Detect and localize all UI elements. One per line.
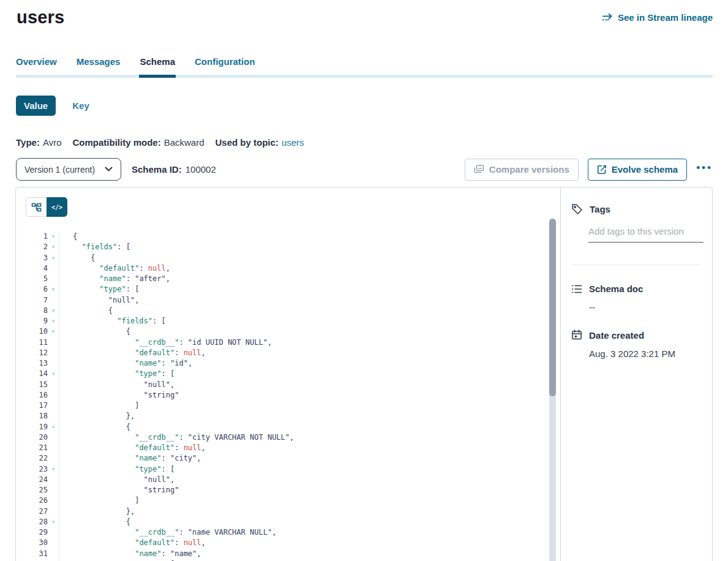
schema-doc-value: --	[589, 302, 701, 312]
tab-overview[interactable]: Overview	[16, 56, 57, 75]
line-number: 1	[26, 232, 48, 242]
more-options-button[interactable]: •••	[696, 162, 713, 178]
line-number: 9	[26, 316, 48, 326]
stream-lineage-link[interactable]: See in Stream lineage	[602, 12, 713, 23]
code-text: "type": [	[59, 284, 139, 295]
code-view-button[interactable]: </>	[47, 197, 67, 217]
code-line: 15 "null",	[26, 380, 560, 390]
tab-messages[interactable]: Messages	[77, 56, 121, 75]
add-tags-input[interactable]	[588, 226, 704, 243]
version-select[interactable]: Version 1 (current)	[16, 158, 121, 181]
line-number: 6	[26, 284, 48, 295]
line-number: 13	[26, 358, 48, 369]
schema-code-editor[interactable]: </> 1▼{2▼ "fields": [3▼ {4 "default": nu…	[16, 187, 560, 561]
tags-title: Tags	[590, 204, 610, 214]
fold-spacer	[48, 453, 59, 464]
tab-configuration[interactable]: Configuration	[195, 56, 255, 75]
code-line: 4 "default": null,	[26, 263, 560, 274]
code-text: {	[59, 232, 77, 242]
topic-tabs: Overview Messages Schema Configuration	[16, 56, 713, 78]
line-number: 20	[26, 432, 48, 443]
line-number: 16	[26, 390, 48, 401]
code-text: "default": null,	[59, 348, 206, 358]
key-toggle-button[interactable]: Key	[72, 100, 89, 111]
editor-scrollbar-thumb[interactable]	[549, 219, 556, 396]
line-number: 23	[26, 464, 48, 475]
code-line: 16 "string"	[26, 390, 560, 401]
editor-view-toggle: </>	[26, 197, 67, 217]
value-toggle-button[interactable]: Value	[16, 96, 56, 116]
line-number: 14	[26, 369, 48, 379]
code-text: {	[59, 326, 130, 337]
code-line: 17 ]	[26, 401, 560, 411]
code-text: "name": "id",	[59, 358, 192, 369]
tree-view-icon	[31, 203, 42, 212]
compatibility-value: Backward	[164, 137, 205, 148]
fold-toggle-icon[interactable]: ▼	[48, 464, 59, 475]
schema-panel: </> 1▼{2▼ "fields": [3▼ {4 "default": nu…	[15, 187, 713, 561]
code-text: "default": null,	[59, 443, 206, 453]
version-bar: Version 1 (current) Schema ID: 100002 Co…	[16, 158, 713, 181]
tab-schema[interactable]: Schema	[140, 56, 175, 75]
code-text: "name": "name",	[59, 549, 201, 559]
code-text: ]	[59, 401, 139, 411]
code-line: 3▼ {	[26, 253, 560, 263]
stream-lineage-label: See in Stream lineage	[618, 12, 713, 23]
line-number: 15	[26, 380, 48, 390]
fold-toggle-icon[interactable]: ▼	[48, 242, 59, 252]
code-line: 14▼ "type": [	[26, 369, 560, 379]
code-line: 7 "null",	[26, 295, 560, 306]
version-select-value: Version 1 (current)	[24, 165, 95, 175]
line-number: 21	[26, 443, 48, 453]
code-line: 26 ]	[26, 495, 560, 506]
fold-toggle-icon[interactable]: ▼	[48, 517, 59, 527]
line-number: 7	[26, 295, 48, 306]
code-text: "string"	[59, 390, 179, 401]
used-by-topic-label: Used by topic:	[216, 137, 279, 148]
evolve-schema-icon	[597, 165, 607, 175]
line-number: 3	[26, 253, 48, 263]
topic-link[interactable]: users	[282, 137, 304, 148]
code-line: 30 "default": null,	[26, 538, 560, 548]
line-number: 27	[26, 506, 48, 517]
code-area: 1▼{2▼ "fields": [3▼ {4 "default": null,5…	[26, 232, 560, 561]
stream-lineage-icon	[602, 13, 614, 23]
fold-toggle-icon[interactable]: ▼	[48, 232, 59, 242]
fold-toggle-icon[interactable]: ▼	[48, 316, 59, 326]
code-text: "default": null,	[59, 263, 170, 274]
code-text: {	[59, 253, 95, 263]
code-text: },	[59, 506, 135, 517]
editor-scrollbar-track[interactable]	[549, 219, 556, 561]
code-line: 20 "__crdb__": "city VARCHAR NOT NULL",	[26, 432, 560, 443]
fold-toggle-icon[interactable]: ▼	[48, 326, 59, 337]
code-line: 29 "__crdb__": "name VARCHAR NULL",	[26, 527, 560, 538]
line-number: 2	[26, 242, 48, 252]
fold-toggle-icon[interactable]: ▼	[48, 422, 59, 432]
fold-spacer	[48, 411, 59, 421]
code-line: 23▼ "type": [	[26, 464, 560, 475]
line-number: 11	[26, 337, 48, 348]
code-text: },	[59, 411, 135, 421]
fold-toggle-icon[interactable]: ▼	[48, 306, 59, 316]
line-number: 17	[26, 401, 48, 411]
line-number: 26	[26, 495, 48, 506]
fold-toggle-icon[interactable]: ▼	[48, 369, 59, 379]
line-number: 10	[26, 326, 48, 337]
fold-spacer	[48, 380, 59, 390]
code-text: "__crdb__": "name VARCHAR NULL",	[59, 527, 276, 538]
tree-view-button[interactable]	[26, 197, 47, 217]
compare-versions-button[interactable]: Compare versions	[465, 159, 579, 181]
code-line: 21 "default": null,	[26, 443, 560, 453]
schema-doc-title: Schema doc	[589, 284, 643, 294]
line-number: 19	[26, 422, 48, 432]
fold-spacer	[48, 527, 59, 538]
code-text: "null",	[59, 475, 174, 485]
code-line: 18 },	[26, 411, 560, 421]
fold-toggle-icon[interactable]: ▼	[48, 284, 59, 295]
schema-id-label: Schema ID:	[132, 164, 182, 175]
evolve-schema-button[interactable]: Evolve schema	[588, 159, 687, 181]
fold-toggle-icon[interactable]: ▼	[48, 253, 59, 263]
code-line: 25 "string"	[26, 485, 560, 495]
code-text: {	[59, 306, 113, 316]
code-line: 28▼ {	[26, 517, 560, 527]
